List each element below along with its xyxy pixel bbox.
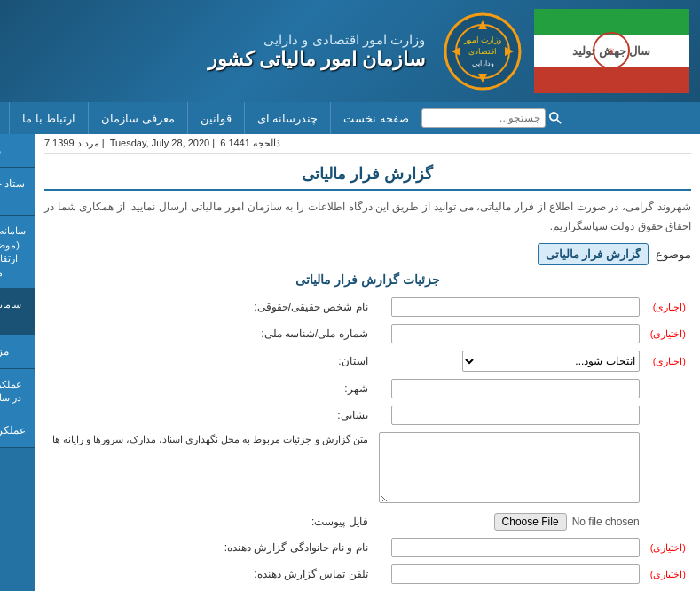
input-city-cell xyxy=(374,375,645,402)
input-national-id-cell xyxy=(374,320,645,347)
input-description-cell xyxy=(374,429,645,509)
header-flag-area: سال جهش تولید ☀ xyxy=(531,7,691,96)
req-address xyxy=(645,402,691,429)
label-person-name: نام شخص حقیقی/حقوقی: xyxy=(44,294,374,320)
req-national-id: (اختیاری) xyxy=(645,320,691,347)
label-file: فایل پیوست: xyxy=(44,509,374,534)
sidebar-item-4[interactable]: مزایده و مناقصه xyxy=(0,335,35,369)
page-title: گزارش فرار مالیاتی xyxy=(44,159,691,191)
field-reporter-name: (اختیاری) نام و نام خانوادگی گزارش دهنده… xyxy=(44,534,691,561)
req-city xyxy=(645,375,691,402)
file-row: No file chosen Choose File xyxy=(379,513,640,531)
label-address: نشانی: xyxy=(44,402,374,429)
input-province-cell: انتخاب شود... xyxy=(374,347,645,375)
svg-rect-2 xyxy=(534,67,689,93)
label-reporter-phone: تلفن تماس گزارش دهنده: xyxy=(44,561,374,587)
address-input[interactable] xyxy=(391,406,640,425)
sidebar-item-2[interactable]: سامانه رسیدگی به شکایات (موضوع ماده 25 ق… xyxy=(0,216,35,289)
label-city: شهر: xyxy=(44,375,374,402)
form-table: (اجباری) نام شخص حقیقی/حقوقی: (اختیاری) … xyxy=(44,294,691,591)
intro-text: شهروند گرامی، در صورت اطلاع از فرار مالی… xyxy=(44,198,691,236)
navbar: صفحه نخست چندرسانه ای قوانین معرفی سازما… xyxy=(0,102,700,134)
input-reporter-phone-cell xyxy=(374,561,645,587)
req-province: (اجباری) xyxy=(645,347,691,375)
city-input[interactable] xyxy=(391,379,640,398)
req-person-name: (اجباری) xyxy=(645,294,691,320)
sidebar-item-0[interactable]: مودیان بدانند xyxy=(0,134,35,168)
date-english: Tuesday, July 28, 2020 xyxy=(110,138,210,148)
main-container: 7 مرداد 1399 | Tuesday, July 28, 2020 | … xyxy=(0,134,700,591)
nav-multimedia[interactable]: چندرسانه ای xyxy=(244,102,331,134)
date-bar: 7 مرداد 1399 | Tuesday, July 28, 2020 | … xyxy=(44,134,691,154)
header: سال جهش تولید ☀ وزارت امور اقتصادی ودارا… xyxy=(0,0,700,102)
form-section-title: جزئیات گزارش فرار مالیاتی xyxy=(44,272,691,287)
description-textarea[interactable] xyxy=(379,432,640,503)
input-person-name-cell xyxy=(374,294,645,320)
label-reporter-name: نام و نام خانوادگی گزارش دهنده: xyxy=(44,534,374,561)
header-title-main: سازمان امور مالیاتی کشور xyxy=(9,48,425,71)
reporter-name-input[interactable] xyxy=(391,538,640,557)
field-national-id: (اختیاری) شماره ملی/شناسه ملی: xyxy=(44,320,691,347)
nav-laws[interactable]: قوانین xyxy=(187,102,244,134)
field-file: No file chosen Choose File فایل پیوست: xyxy=(44,509,691,534)
req-description xyxy=(645,429,691,509)
svg-rect-0 xyxy=(534,9,689,35)
header-subtitle: وزارت امور اقتصادی و دارایی xyxy=(9,32,425,48)
svg-text:اقتصادی: اقتصادی xyxy=(468,47,497,56)
input-captcha-cell: ↻ EXAuHE xyxy=(374,587,645,591)
org-logo: وزارت امور اقتصادی ودارایی xyxy=(434,7,531,96)
svg-point-15 xyxy=(550,113,558,121)
input-file-cell: No file chosen Choose File xyxy=(374,509,645,534)
reporter-phone-input[interactable] xyxy=(391,564,640,584)
req-reporter-phone: (اختیاری) xyxy=(645,561,691,587)
req-captcha xyxy=(645,587,691,591)
svg-line-16 xyxy=(557,120,561,123)
field-address: نشانی: xyxy=(44,402,691,429)
subject-value: گزارش فرار مالیاتی xyxy=(538,243,649,265)
person-name-input[interactable] xyxy=(391,297,640,317)
svg-text:☀: ☀ xyxy=(607,46,616,57)
svg-text:وزارت امور: وزارت امور xyxy=(463,35,501,45)
field-person-name: (اجباری) نام شخص حقیقی/حقوقی: xyxy=(44,294,691,320)
sidebar: مودیان بدانند ستاد خبری دفتر مرکزی حراست… xyxy=(0,134,35,591)
nav-home[interactable]: صفحه نخست xyxy=(330,102,421,134)
req-file xyxy=(645,509,691,534)
search-icon[interactable] xyxy=(546,108,565,128)
header-title-area: وزارت امور اقتصادی و دارایی سازمان امور … xyxy=(9,32,434,71)
field-province: (اجباری) انتخاب شود... استان: xyxy=(44,347,691,375)
sidebar-item-6[interactable]: عملکرد درآمدی سازمان xyxy=(0,414,35,448)
subject-label: موضوع xyxy=(656,248,691,261)
date-persian: 7 مرداد 1399 xyxy=(44,138,99,148)
nav-contact[interactable]: ارتباط با ما xyxy=(9,102,88,134)
input-reporter-name-cell xyxy=(374,534,645,561)
subject-row: موضوع گزارش فرار مالیاتی xyxy=(44,243,691,265)
label-description: متن گزارش و جزئیات مربوط به محل نگهداری … xyxy=(44,429,374,509)
search-input[interactable] xyxy=(421,108,546,128)
sidebar-item-1[interactable]: ستاد خبری دفتر مرکزی حراست xyxy=(0,168,35,217)
field-description: متن گزارش و جزئیات مربوط به محل نگهداری … xyxy=(44,429,691,509)
file-no-chosen-text: No file chosen xyxy=(572,516,640,528)
sidebar-item-5[interactable]: عملکرد اعتبارات سازمان در سالهای 1397 و … xyxy=(0,369,35,415)
svg-text:ودارایی: ودارایی xyxy=(472,59,494,67)
province-select[interactable]: انتخاب شود... xyxy=(462,351,640,372)
label-captcha: عبارت امنیتی: xyxy=(44,587,374,591)
label-province: استان: xyxy=(44,347,374,375)
nav-about[interactable]: معرفی سازمان xyxy=(88,102,187,134)
national-id-input[interactable] xyxy=(391,324,640,343)
search-bar[interactable] xyxy=(421,108,565,128)
field-captcha: ↻ EXAuHE عبارت xyxy=(44,587,691,591)
sidebar-item-3[interactable]: سامانـه دریافـت گـزارش فـرار مالیاتی xyxy=(0,289,35,335)
label-national-id: شماره ملی/شناسه ملی: xyxy=(44,320,374,347)
input-address-cell xyxy=(374,402,645,429)
field-reporter-phone: (اختیاری) تلفن تماس گزارش دهنده: xyxy=(44,561,691,587)
choose-file-button[interactable]: Choose File xyxy=(494,513,567,531)
field-city: شهر: xyxy=(44,375,691,402)
req-reporter-name: (اختیاری) xyxy=(645,534,691,561)
content-area: 7 مرداد 1399 | Tuesday, July 28, 2020 | … xyxy=(35,134,700,591)
date-hijri: 6 ذالحجه 1441 xyxy=(220,138,280,148)
